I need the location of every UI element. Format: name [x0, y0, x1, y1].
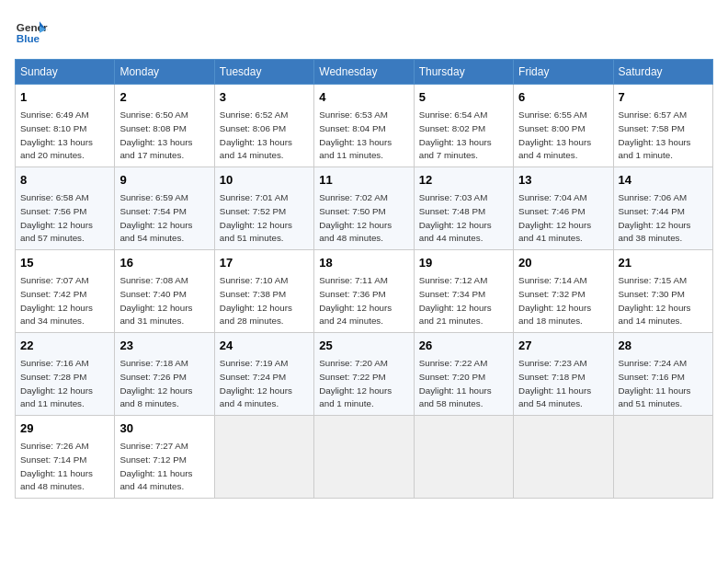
day-info: Sunrise: 7:18 AMSunset: 7:26 PMDaylight:…: [119, 358, 192, 408]
day-info: Sunrise: 7:26 AMSunset: 7:14 PMDaylight:…: [20, 441, 93, 491]
day-number: 8: [20, 172, 109, 189]
day-info: Sunrise: 6:58 AMSunset: 7:56 PMDaylight:…: [20, 192, 93, 243]
calendar-cell: [414, 416, 513, 499]
day-number: 29: [20, 420, 109, 437]
calendar-week-1: 1 Sunrise: 6:49 AMSunset: 8:10 PMDayligh…: [16, 85, 713, 167]
day-number: 22: [20, 338, 109, 354]
calendar-cell: 16 Sunrise: 7:08 AMSunset: 7:40 PMDaylig…: [115, 250, 214, 333]
day-number: 18: [319, 255, 408, 271]
day-number: 23: [119, 338, 209, 354]
day-info: Sunrise: 6:54 AMSunset: 8:02 PMDaylight:…: [419, 109, 492, 160]
calendar-cell: 5 Sunrise: 6:54 AMSunset: 8:02 PMDayligh…: [414, 85, 513, 167]
calendar-cell: 13 Sunrise: 7:04 AMSunset: 7:46 PMDaylig…: [514, 167, 613, 250]
day-info: Sunrise: 6:59 AMSunset: 7:54 PMDaylight:…: [119, 192, 192, 243]
calendar-cell: 8 Sunrise: 6:58 AMSunset: 7:56 PMDayligh…: [16, 167, 115, 250]
day-info: Sunrise: 7:03 AMSunset: 7:48 PMDaylight:…: [419, 192, 492, 243]
calendar-cell: 19 Sunrise: 7:12 AMSunset: 7:34 PMDaylig…: [414, 250, 513, 333]
column-header-friday: Friday: [514, 60, 613, 85]
day-number: 17: [220, 255, 309, 271]
day-info: Sunrise: 7:08 AMSunset: 7:40 PMDaylight:…: [119, 275, 192, 326]
column-header-thursday: Thursday: [414, 60, 513, 85]
day-number: 12: [419, 172, 508, 189]
calendar-header-row: SundayMondayTuesdayWednesdayThursdayFrid…: [16, 60, 713, 85]
column-header-wednesday: Wednesday: [314, 60, 414, 85]
day-info: Sunrise: 7:02 AMSunset: 7:50 PMDaylight:…: [319, 192, 392, 243]
calendar-cell: [314, 416, 414, 499]
day-info: Sunrise: 7:06 AMSunset: 7:44 PMDaylight:…: [619, 192, 691, 243]
column-header-saturday: Saturday: [613, 60, 712, 85]
calendar-cell: 25 Sunrise: 7:20 AMSunset: 7:22 PMDaylig…: [314, 333, 414, 416]
calendar-cell: 12 Sunrise: 7:03 AMSunset: 7:48 PMDaylig…: [414, 167, 513, 250]
day-info: Sunrise: 7:20 AMSunset: 7:22 PMDaylight:…: [319, 358, 392, 408]
logo-icon: General Blue: [15, 15, 48, 48]
calendar-cell: 2 Sunrise: 6:50 AMSunset: 8:08 PMDayligh…: [115, 85, 214, 167]
calendar-week-2: 8 Sunrise: 6:58 AMSunset: 7:56 PMDayligh…: [16, 167, 713, 250]
day-info: Sunrise: 7:01 AMSunset: 7:52 PMDaylight:…: [220, 192, 292, 243]
calendar-cell: 21 Sunrise: 7:15 AMSunset: 7:30 PMDaylig…: [613, 250, 712, 333]
calendar-cell: 1 Sunrise: 6:49 AMSunset: 8:10 PMDayligh…: [16, 85, 115, 167]
calendar-cell: 17 Sunrise: 7:10 AMSunset: 7:38 PMDaylig…: [214, 250, 313, 333]
svg-text:Blue: Blue: [17, 32, 40, 44]
day-number: 24: [220, 338, 309, 354]
day-info: Sunrise: 7:22 AMSunset: 7:20 PMDaylight:…: [419, 358, 492, 408]
day-info: Sunrise: 6:55 AMSunset: 8:00 PMDaylight:…: [518, 109, 591, 160]
day-info: Sunrise: 7:15 AMSunset: 7:30 PMDaylight:…: [619, 275, 691, 326]
day-info: Sunrise: 7:04 AMSunset: 7:46 PMDaylight:…: [518, 192, 591, 243]
day-number: 25: [319, 338, 408, 354]
calendar-cell: 29 Sunrise: 7:26 AMSunset: 7:14 PMDaylig…: [16, 416, 115, 499]
calendar-table: SundayMondayTuesdayWednesdayThursdayFrid…: [15, 59, 713, 499]
logo: General Blue: [15, 15, 48, 48]
day-number: 11: [319, 172, 408, 189]
day-number: 15: [20, 255, 109, 271]
day-number: 4: [319, 89, 408, 106]
calendar-cell: 7 Sunrise: 6:57 AMSunset: 7:58 PMDayligh…: [613, 85, 712, 167]
day-info: Sunrise: 7:19 AMSunset: 7:24 PMDaylight:…: [220, 358, 292, 408]
day-number: 10: [220, 172, 309, 189]
day-number: 16: [119, 255, 209, 271]
day-number: 28: [619, 338, 708, 354]
calendar-cell: 28 Sunrise: 7:24 AMSunset: 7:16 PMDaylig…: [613, 333, 712, 416]
day-number: 7: [619, 89, 708, 106]
day-info: Sunrise: 7:07 AMSunset: 7:42 PMDaylight:…: [20, 275, 93, 326]
day-number: 13: [518, 172, 608, 189]
page-header: General Blue: [15, 15, 713, 48]
calendar-cell: 14 Sunrise: 7:06 AMSunset: 7:44 PMDaylig…: [613, 167, 712, 250]
day-info: Sunrise: 7:16 AMSunset: 7:28 PMDaylight:…: [20, 358, 93, 408]
day-number: 20: [518, 255, 608, 271]
calendar-cell: 23 Sunrise: 7:18 AMSunset: 7:26 PMDaylig…: [115, 333, 214, 416]
day-number: 26: [419, 338, 508, 354]
calendar-cell: [214, 416, 313, 499]
calendar-cell: 27 Sunrise: 7:23 AMSunset: 7:18 PMDaylig…: [514, 333, 613, 416]
calendar-cell: 30 Sunrise: 7:27 AMSunset: 7:12 PMDaylig…: [115, 416, 214, 499]
day-number: 2: [119, 89, 209, 106]
day-number: 6: [518, 89, 608, 106]
calendar-cell: 22 Sunrise: 7:16 AMSunset: 7:28 PMDaylig…: [16, 333, 115, 416]
calendar-cell: 11 Sunrise: 7:02 AMSunset: 7:50 PMDaylig…: [314, 167, 414, 250]
day-info: Sunrise: 6:57 AMSunset: 7:58 PMDaylight:…: [619, 109, 691, 160]
calendar-cell: [613, 416, 712, 499]
calendar-week-4: 22 Sunrise: 7:16 AMSunset: 7:28 PMDaylig…: [16, 333, 713, 416]
column-header-sunday: Sunday: [16, 60, 115, 85]
calendar-cell: 18 Sunrise: 7:11 AMSunset: 7:36 PMDaylig…: [314, 250, 414, 333]
day-number: 1: [20, 89, 109, 106]
day-number: 21: [619, 255, 708, 271]
calendar-cell: 10 Sunrise: 7:01 AMSunset: 7:52 PMDaylig…: [214, 167, 313, 250]
day-number: 14: [619, 172, 708, 189]
day-info: Sunrise: 7:24 AMSunset: 7:16 PMDaylight:…: [619, 358, 691, 408]
calendar-cell: 15 Sunrise: 7:07 AMSunset: 7:42 PMDaylig…: [16, 250, 115, 333]
column-header-monday: Monday: [115, 60, 214, 85]
day-number: 3: [220, 89, 309, 106]
day-info: Sunrise: 6:52 AMSunset: 8:06 PMDaylight:…: [220, 109, 292, 160]
day-info: Sunrise: 7:23 AMSunset: 7:18 PMDaylight:…: [518, 358, 591, 408]
day-number: 19: [419, 255, 508, 271]
calendar-cell: 6 Sunrise: 6:55 AMSunset: 8:00 PMDayligh…: [514, 85, 613, 167]
calendar-cell: 4 Sunrise: 6:53 AMSunset: 8:04 PMDayligh…: [314, 85, 414, 167]
day-number: 30: [119, 420, 209, 437]
day-info: Sunrise: 7:10 AMSunset: 7:38 PMDaylight:…: [220, 275, 292, 326]
day-info: Sunrise: 6:53 AMSunset: 8:04 PMDaylight:…: [319, 109, 392, 160]
calendar-cell: 3 Sunrise: 6:52 AMSunset: 8:06 PMDayligh…: [214, 85, 313, 167]
day-info: Sunrise: 6:50 AMSunset: 8:08 PMDaylight:…: [119, 109, 192, 160]
calendar-cell: 20 Sunrise: 7:14 AMSunset: 7:32 PMDaylig…: [514, 250, 613, 333]
day-info: Sunrise: 7:27 AMSunset: 7:12 PMDaylight:…: [119, 441, 192, 491]
calendar-cell: 24 Sunrise: 7:19 AMSunset: 7:24 PMDaylig…: [214, 333, 313, 416]
